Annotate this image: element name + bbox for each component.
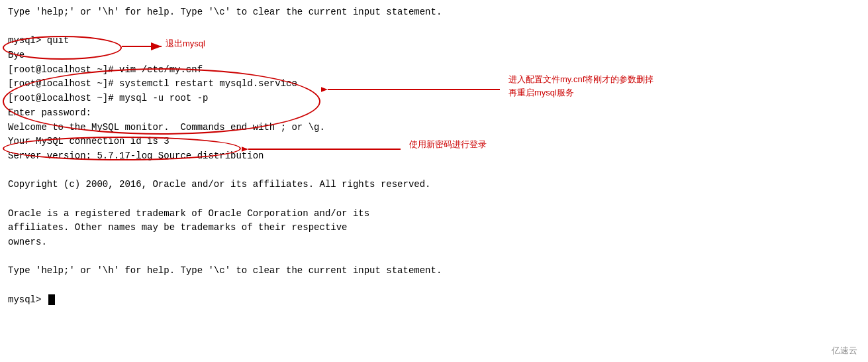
quit-annotation: 退出mysql [166, 37, 205, 50]
config-annotation: 进入配置文件my.cnf将刚才的参数删掉 再重启mysql服务 [508, 73, 653, 99]
terminal-cursor [48, 294, 55, 305]
login-annotation: 使用新密码进行登录 [409, 138, 487, 151]
terminal-window: Type 'help;' or '\h' for help. Type '\c'… [0, 0, 868, 362]
watermark: 亿速云 [832, 345, 857, 357]
terminal-output: Type 'help;' or '\h' for help. Type '\c'… [8, 5, 860, 307]
